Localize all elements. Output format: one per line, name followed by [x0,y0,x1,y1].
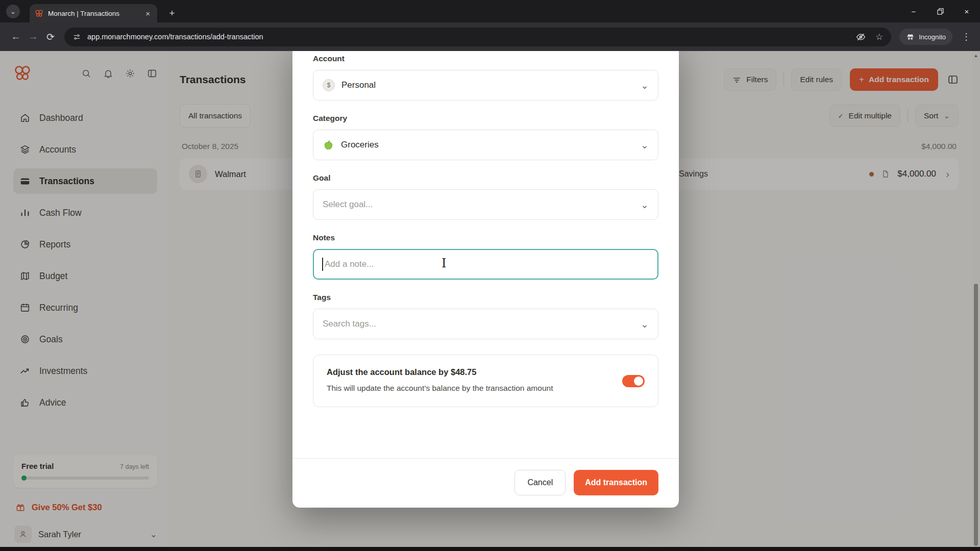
dollar-coin-icon: $ [323,79,335,91]
back-button[interactable]: ← [7,28,24,45]
incognito-label: Incognito [919,33,946,41]
url-text: app.monarchmoney.com/transactions/add-tr… [87,33,849,41]
address-bar[interactable]: app.monarchmoney.com/transactions/add-tr… [64,28,891,46]
window-close-button[interactable]: × [953,0,980,22]
tab-close-icon[interactable]: × [143,9,152,18]
screen-bottom-edge [0,547,980,551]
forward-button[interactable]: → [24,28,42,45]
notes-label: Notes [313,233,658,242]
browser-menu-button[interactable]: ⋮ [960,31,973,42]
account-label: Account [313,54,658,63]
monarch-favicon-butterfly-icon [35,9,43,18]
chevron-down-icon: ⌄ [10,8,16,15]
new-tab-button[interactable]: + [164,6,180,21]
incognito-icon [906,33,915,41]
category-value: Groceries [341,140,634,150]
forward-arrow-icon: → [29,31,38,42]
browser-toolbar: ← → ⟳ app.monarchmoney.com/transactions/… [0,22,980,51]
adjust-balance-toggle[interactable] [622,375,645,387]
add-transaction-submit-button[interactable]: Add transaction [574,470,658,495]
account-select[interactable]: $ Personal ⌄ [313,70,658,101]
kebab-icon: ⋮ [962,32,971,42]
tags-select[interactable]: Search tags... ⌄ [313,309,658,339]
cancel-button[interactable]: Cancel [514,470,566,495]
chevron-down-icon: ⌄ [641,139,649,151]
restore-icon [937,8,944,15]
category-select[interactable]: Groceries ⌄ [313,130,658,160]
adjust-balance-description: This will update the account’s balance b… [327,382,556,394]
tab-search-button[interactable]: ⌄ [6,5,20,18]
minimize-icon: − [912,7,916,16]
chevron-down-icon: ⌄ [641,80,649,91]
category-label: Category [313,114,658,123]
site-settings-tune-icon[interactable] [72,33,81,41]
browser-tabstrip: ⌄ Monarch | Transactions × + − × [0,0,980,22]
goal-placeholder: Select goal... [323,199,634,210]
adjust-balance-card: Adjust the account balance by $48.75 Thi… [313,355,658,407]
text-caret [322,258,323,271]
notes-input[interactable] [313,249,658,280]
account-value: Personal [341,80,634,90]
tab-title: Monarch | Transactions [48,10,139,17]
window-restore-button[interactable] [927,0,953,22]
browser-tab[interactable]: Monarch | Transactions × [30,4,157,22]
adjust-balance-title: Adjust the account balance by $48.75 [327,367,612,377]
window-controls: − × [900,0,980,22]
apple-category-icon [323,139,334,151]
tags-label: Tags [313,293,658,302]
plus-icon: + [169,8,175,19]
reload-icon: ⟳ [46,31,55,43]
page-content: Dashboard Accounts Transactions [0,51,980,551]
goal-label: Goal [313,173,658,183]
ibeam-cursor-icon: I [442,256,446,270]
chevron-down-icon: ⌄ [641,199,649,211]
tags-placeholder: Search tags... [323,319,634,329]
toggle-knob [634,377,643,386]
bookmark-star-icon[interactable]: ☆ [875,32,883,42]
add-transaction-modal: Account $ Personal ⌄ Category Groceries … [292,51,679,508]
chevron-down-icon: ⌄ [641,318,649,330]
password-eye-off-icon[interactable] [855,32,866,42]
close-icon: × [965,7,969,16]
window-minimize-button[interactable]: − [900,0,927,22]
reload-button[interactable]: ⟳ [42,28,59,45]
back-arrow-icon: ← [11,31,21,42]
goal-select[interactable]: Select goal... ⌄ [313,189,658,220]
incognito-badge: Incognito [899,29,952,45]
